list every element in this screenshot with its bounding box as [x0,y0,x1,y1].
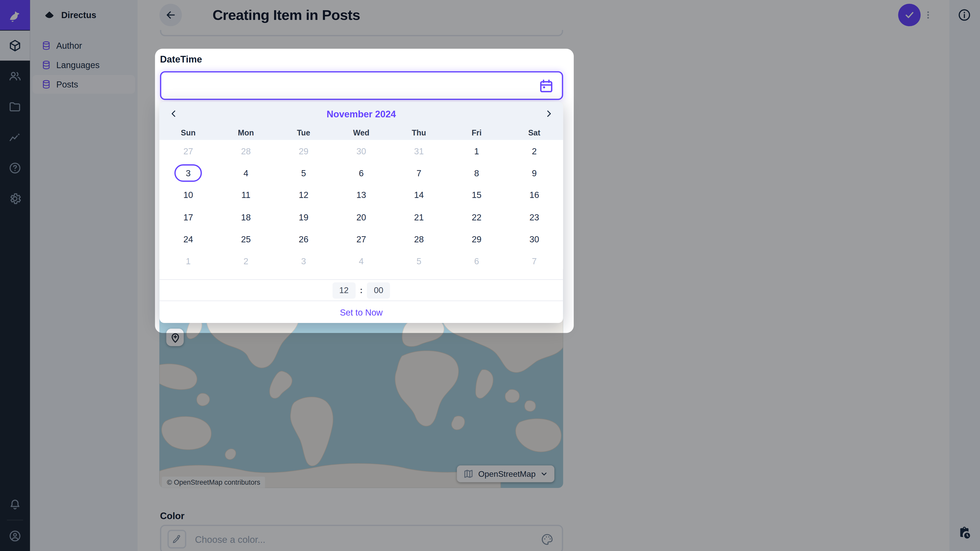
calendar-day[interactable]: 3 [275,250,332,272]
calendar-day[interactable]: 15 [448,184,506,206]
calendar-day[interactable]: 11 [217,184,275,206]
calendar-day[interactable]: 28 [217,140,275,162]
module-content-button[interactable] [0,30,30,61]
module-files-button[interactable] [0,92,30,122]
calendar-day[interactable]: 28 [390,228,448,251]
previous-month-button[interactable] [165,106,182,122]
map-layer-button[interactable]: OpenStreetMap [457,465,555,482]
palette-icon[interactable] [541,533,554,546]
calendar-day[interactable]: 17 [159,206,217,228]
calendar-day[interactable]: 31 [390,140,448,162]
sidebar-item-languages[interactable]: Languages [32,56,135,74]
help-icon [8,161,22,175]
calendar-day[interactable]: 29 [275,140,332,162]
calendar-header: November 2024 SunMonTueWedThuFriSat [159,102,563,140]
module-insights-button[interactable] [0,122,30,152]
calendar-day[interactable]: 6 [332,162,390,184]
calendar-day[interactable]: 12 [275,184,332,206]
add-location-button[interactable] [166,329,184,346]
eyedropper-icon [172,534,182,544]
calendar-day[interactable]: 24 [159,228,217,251]
calendar-day[interactable]: 29 [448,228,506,251]
eyedropper-button[interactable] [167,530,186,548]
back-button[interactable] [159,4,182,26]
color-field-label: Color [160,510,185,521]
day-number: 18 [232,208,260,226]
day-number: 11 [232,186,260,204]
sidebar-item-label: Author [56,41,82,51]
calendar-day[interactable]: 4 [217,162,275,184]
calendar-day[interactable]: 2 [505,140,563,162]
more-options-button[interactable] [921,4,935,26]
hour-input[interactable] [332,282,355,299]
calendar-day[interactable]: 27 [332,228,390,251]
calendar-day[interactable]: 16 [505,184,563,206]
calendar-day[interactable]: 13 [332,184,390,206]
module-users-button[interactable] [0,61,30,91]
calendar-day[interactable]: 22 [448,206,506,228]
sidebar-item-author[interactable]: Author [32,36,135,55]
day-number: 25 [232,230,260,248]
calendar-day[interactable]: 6 [448,250,506,272]
calendar-day[interactable]: 27 [159,140,217,162]
module-settings-button[interactable] [0,184,30,214]
day-number: 31 [405,142,433,160]
calendar-day[interactable]: 9 [505,162,563,184]
calendar-day[interactable]: 30 [505,228,563,251]
save-button[interactable] [898,4,921,26]
day-number: 22 [463,208,490,226]
calendar-day[interactable]: 10 [159,184,217,206]
account-button[interactable] [0,521,30,551]
datetime-input[interactable] [161,80,562,91]
revisions-button[interactable] [954,522,975,543]
project-header[interactable]: Directus [30,0,138,30]
chevron-down-icon [540,470,548,478]
calendar-day[interactable]: 14 [390,184,448,206]
module-help-button[interactable] [0,153,30,183]
module-bar-divider [7,520,23,520]
day-number: 7 [405,164,433,182]
calendar-day[interactable]: 7 [505,250,563,272]
calendar-day[interactable]: 18 [217,206,275,228]
calendar-day[interactable]: 23 [505,206,563,228]
info-sidebar [950,0,980,551]
calendar-day[interactable]: 20 [332,206,390,228]
day-number: 30 [520,230,548,248]
weekday-label: Fri [448,125,506,140]
sidebar-item-posts[interactable]: Posts [32,75,135,94]
calendar-day[interactable]: 2 [217,250,275,272]
calendar-day[interactable]: 21 [390,206,448,228]
calendar-day[interactable]: 26 [275,228,332,251]
gear-icon [8,192,22,206]
day-number: 3 [175,164,202,182]
calendar-day[interactable]: 8 [448,162,506,184]
sidebar: Directus AuthorLanguagesPosts [30,0,138,551]
day-number: 29 [290,142,318,160]
calendar-day[interactable]: 1 [159,250,217,272]
day-number: 4 [232,164,260,182]
calendar-day[interactable]: 25 [217,228,275,251]
arrow-left-icon [164,9,177,21]
calendar-day[interactable]: 4 [332,250,390,272]
day-number: 10 [175,186,202,204]
next-month-button[interactable] [541,106,557,122]
directus-logo-button[interactable] [0,0,30,30]
calendar-icon[interactable] [538,78,555,94]
calendar-day-selected[interactable]: 3 [159,162,217,184]
calendar-day[interactable]: 1 [448,140,506,162]
calendar-day[interactable]: 5 [390,250,448,272]
color-text-input[interactable] [195,534,532,545]
chevron-left-icon [169,109,179,119]
calendar-day[interactable]: 30 [332,140,390,162]
info-button[interactable] [957,7,972,22]
day-number: 15 [463,186,490,204]
minute-input[interactable] [367,282,390,299]
map-attribution[interactable]: © OpenStreetMap contributors [162,477,265,488]
calendar-day[interactable]: 19 [275,206,332,228]
notifications-button[interactable] [0,490,30,520]
calendar-day[interactable]: 7 [390,162,448,184]
weekday-label: Thu [390,125,448,140]
set-to-now-button[interactable]: Set to Now [340,307,383,317]
calendar-day[interactable]: 5 [275,162,332,184]
calendar-month-title[interactable]: November 2024 [327,108,396,119]
